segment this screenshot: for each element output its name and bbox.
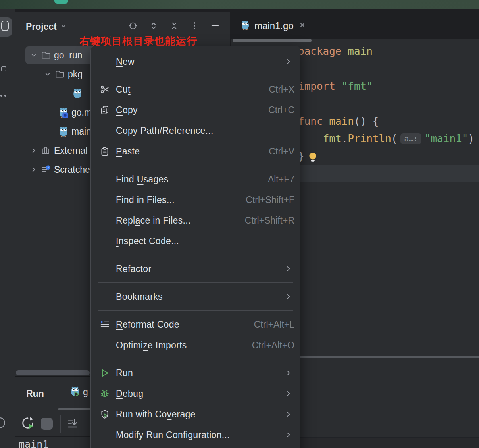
goland-window: { "colors": { "annotation_red": "#f3281d…: [0, 0, 479, 448]
menu-separator: [98, 359, 293, 359]
project-panel-title[interactable]: Project: [26, 21, 67, 32]
collapse-all-icon[interactable]: [169, 21, 179, 31]
menu-item-replace-in-files[interactable]: Replace in Files...Ctrl+Shift+R: [91, 210, 300, 231]
project-tool-button[interactable]: [0, 17, 12, 37]
copy-icon: [98, 105, 112, 115]
menu-item-label: Reformat Code: [116, 319, 179, 330]
menu-item-label: Paste: [116, 146, 140, 157]
title-bar: [0, 0, 479, 9]
menu-shortcut: Ctrl+Alt+L: [254, 319, 294, 330]
menu-item-run[interactable]: Run: [91, 363, 300, 383]
submenu-arrow-icon: [284, 265, 293, 273]
editor-tab-strip: main1.go: [231, 12, 479, 39]
menu-shortcut: Ctrl+Shift+R: [245, 215, 294, 226]
chevron-down-icon: [60, 21, 67, 32]
editor-horizontal-scrollbar[interactable]: [298, 356, 479, 358]
gopher-icon: [72, 88, 83, 98]
locate-file-icon[interactable]: [128, 21, 138, 31]
more-tools-icon[interactable]: [4, 95, 6, 97]
paste-icon: [98, 146, 112, 156]
chevron-down-icon[interactable]: [29, 51, 38, 60]
folder-icon: [55, 69, 65, 79]
run-tool-button[interactable]: [0, 417, 5, 428]
tree-item-label: pkg: [68, 69, 83, 80]
menu-item-new[interactable]: New: [91, 51, 300, 72]
menu-item-label: Run: [116, 368, 133, 378]
menu-separator: [98, 310, 293, 311]
debug-icon: [98, 388, 112, 399]
menu-item-find-usages[interactable]: Find UsagesAlt+F7: [91, 169, 300, 189]
menu-item-refactor[interactable]: Refactor: [91, 259, 300, 279]
menu-shortcut: Ctrl+X: [269, 84, 294, 95]
menu-separator: [98, 255, 293, 255]
menu-item-find-in-files[interactable]: Find in Files...Ctrl+Shift+F: [91, 189, 300, 210]
commit-tool-icon[interactable]: [1, 66, 6, 71]
menu-item-bookmarks[interactable]: Bookmarks: [91, 286, 300, 307]
intention-bulb-icon[interactable]: [308, 150, 318, 167]
menu-item-paste[interactable]: PasteCtrl+V: [91, 141, 300, 162]
go-run-config-icon: [70, 386, 80, 398]
menu-item-cut[interactable]: CutCtrl+X: [91, 79, 300, 100]
menu-shortcut: Ctrl+C: [268, 105, 294, 116]
expand-all-icon[interactable]: [148, 21, 159, 31]
chevron-right-icon[interactable]: [29, 165, 38, 174]
run-icon: [98, 368, 112, 378]
menu-item-label: Bookmarks: [116, 292, 163, 302]
menu-item-modify-run-configuration[interactable]: Modify Run Configuration...: [91, 425, 300, 445]
close-icon[interactable]: [298, 21, 307, 31]
menu-item-label: Find Usages: [116, 174, 168, 185]
horizontal-scrollbar[interactable]: [16, 370, 90, 375]
titlebar-accent: [54, 0, 68, 4]
gopher-icon: [58, 126, 69, 137]
parameter-hint: a…:: [400, 133, 421, 144]
kebab-menu-icon[interactable]: [189, 21, 200, 31]
menu-item-copy-path-reference[interactable]: Copy Path/Reference...: [91, 120, 300, 141]
external-lib-icon: [41, 145, 51, 156]
reformat-icon: [98, 319, 112, 330]
menu-shortcut: Ctrl+V: [269, 146, 294, 157]
menu-item-optimize-imports[interactable]: Optimize ImportsCtrl+Alt+O: [91, 335, 300, 355]
menu-item-label: Replace in Files...: [116, 215, 191, 226]
scissors-icon: [98, 84, 112, 95]
submenu-arrow-icon: [284, 389, 293, 398]
tree-item-label: go_run: [54, 50, 83, 61]
menu-item-label: Debug: [116, 388, 143, 399]
menu-item-label: Refactor: [116, 264, 151, 274]
folder-icon: [41, 50, 51, 60]
menu-item-run-with-coverage[interactable]: Run with Coverage: [91, 404, 300, 425]
run-panel-title: Run: [26, 388, 44, 399]
scroll-to-end-button[interactable]: [66, 417, 79, 432]
menu-item-label: Cut: [116, 84, 131, 95]
run-config-tab-label: g: [83, 387, 88, 398]
menu-shortcut: Ctrl+Shift+F: [246, 195, 294, 205]
menu-shortcut: Ctrl+Alt+O: [252, 340, 294, 351]
submenu-arrow-icon: [284, 57, 293, 66]
coverage-icon: [98, 409, 112, 419]
menu-separator: [98, 75, 293, 75]
chevron-down-icon[interactable]: [43, 70, 52, 79]
menu-separator: [98, 165, 293, 165]
submenu-arrow-icon: [284, 431, 293, 439]
submenu-arrow-icon: [284, 410, 293, 419]
submenu-arrow-icon: [284, 369, 293, 377]
context-menu: NewCutCtrl+XCopyCtrl+CCopy Path/Referenc…: [90, 46, 300, 448]
editor-tab-main1-go[interactable]: main1.go: [237, 12, 311, 39]
scratches-icon: [41, 164, 51, 175]
menu-item-copy[interactable]: CopyCtrl+C: [91, 100, 300, 120]
menu-item-label: Run with Coverage: [116, 409, 196, 420]
menu-item-label: Optimize Imports: [116, 340, 187, 351]
menu-separator: [98, 282, 293, 283]
run-config-tab[interactable]: g: [70, 386, 88, 398]
menu-item-debug[interactable]: Debug: [91, 383, 300, 404]
tab-label: main1.go: [254, 20, 294, 31]
rerun-button[interactable]: [21, 416, 35, 432]
menu-item-inspect-code[interactable]: Inspect Code...: [91, 231, 300, 251]
menu-item-label: Copy Path/Reference...: [116, 126, 214, 136]
project-title-label: Project: [26, 21, 57, 32]
chevron-right-icon[interactable]: [29, 146, 38, 155]
more-tools-icon[interactable]: [0, 95, 2, 97]
gopher-mod-icon: [58, 107, 69, 118]
hide-panel-icon[interactable]: [210, 21, 220, 31]
stop-button[interactable]: [41, 418, 53, 430]
menu-item-reformat-code[interactable]: Reformat CodeCtrl+Alt+L: [91, 314, 300, 335]
